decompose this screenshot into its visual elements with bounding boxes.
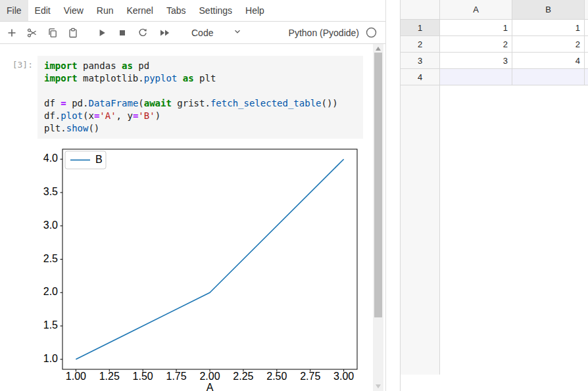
plus-icon [7, 28, 17, 38]
corner-cell[interactable] [401, 0, 440, 20]
table-row: 3 3 4 [401, 53, 588, 69]
x-tick-label: 1.50 [133, 371, 153, 382]
code-line: import matplotlib.pyplot as plt [44, 72, 356, 85]
cell-b3[interactable]: 4 [512, 53, 585, 69]
copy-icon [47, 28, 58, 38]
column-header-next [585, 0, 588, 20]
cell-b2[interactable]: 2 [512, 36, 585, 53]
cell-a3[interactable]: 3 [440, 53, 512, 69]
interrupt-button[interactable] [114, 24, 130, 41]
execution-count: [3]: [0, 56, 33, 139]
y-tick-label: 1.0 [43, 353, 58, 364]
y-tick-label: 3.5 [43, 186, 58, 197]
x-tick-label: 2.75 [300, 371, 320, 382]
code-line: df = pd.DataFrame(await grist.fetch_sele… [44, 97, 356, 110]
menu-settings[interactable]: Settings [193, 0, 239, 21]
menu-view[interactable]: View [57, 0, 90, 21]
code-line: plt.show() [44, 122, 356, 135]
code-cell: [3]: import pandas as pdimport matplotli… [0, 56, 385, 139]
code-line: import pandas as pd [44, 60, 356, 72]
restart-kernel-button[interactable] [135, 24, 151, 41]
run-all-button[interactable] [155, 24, 174, 41]
cell-a2[interactable]: 2 [440, 36, 512, 53]
row-number[interactable]: 1 [401, 20, 440, 36]
y-tick-label: 1.5 [43, 319, 58, 331]
sheet-header-row: A B [401, 0, 588, 20]
menu-file[interactable]: File [0, 0, 28, 21]
menubar: File Edit View Run Kernel Tabs Settings … [0, 0, 385, 22]
notebook-panel: File Edit View Run Kernel Tabs Settings … [0, 0, 386, 391]
menu-run[interactable]: Run [90, 0, 120, 21]
cell-next [585, 36, 588, 53]
refresh-icon [137, 28, 148, 38]
x-tick-label: 2.25 [233, 371, 253, 382]
x-tick-label: 3.00 [333, 371, 354, 382]
add-row: 4 [401, 69, 588, 85]
stop-icon [117, 28, 128, 38]
menu-tabs[interactable]: Tabs [160, 0, 193, 21]
x-tick-label: 1.00 [66, 371, 86, 382]
x-tick-label: 1.25 [99, 371, 120, 382]
cell-type-dropdown[interactable] [233, 27, 242, 38]
y-tick-label: 4.0 [43, 152, 58, 164]
cut-button[interactable] [24, 24, 40, 41]
scissors-icon [27, 28, 37, 38]
add-cell-button[interactable] [4, 24, 20, 41]
code-lines: import pandas as pdimport matplotlib.pyp… [44, 60, 356, 135]
notebook-scrollbar[interactable] [373, 44, 383, 391]
table-row: 1 1 1 [401, 20, 588, 36]
paste-button[interactable] [65, 24, 81, 41]
paste-icon [68, 28, 78, 38]
code-editor[interactable]: import pandas as pdimport matplotlib.pyp… [37, 56, 363, 139]
row-number[interactable]: 2 [401, 36, 440, 53]
menu-kernel[interactable]: Kernel [120, 0, 159, 21]
kernel-status-icon [366, 27, 377, 38]
x-tick-label: 2.50 [266, 371, 287, 382]
cell-next [585, 53, 588, 69]
column-header-a[interactable]: A [440, 0, 512, 20]
cell-b1[interactable]: 1 [512, 20, 585, 36]
cell-a4[interactable] [440, 69, 512, 85]
code-line [44, 85, 356, 97]
scroll-up-arrow-icon[interactable] [376, 47, 381, 51]
play-icon [97, 28, 107, 38]
legend: B [65, 151, 106, 169]
row-number[interactable]: 3 [401, 53, 440, 69]
code-line: df.plot(x='A', y='B') [44, 110, 356, 122]
run-button[interactable] [94, 24, 110, 41]
y-tick-label: 3.0 [43, 219, 58, 231]
x-tick-label: 2.00 [199, 371, 220, 382]
spreadsheet-panel: A B 1 1 1 2 2 2 3 3 4 4 [400, 0, 588, 391]
row-gutter-tail [401, 85, 440, 375]
row-number[interactable]: 4 [401, 69, 440, 85]
x-axis-label: A [207, 382, 214, 391]
fast-forward-icon [159, 28, 171, 38]
legend-label: B [95, 154, 103, 165]
copy-button[interactable] [45, 24, 61, 41]
y-tick-label: 2.0 [43, 286, 58, 297]
axes-box [62, 149, 357, 369]
cell-type-select[interactable]: Code [191, 28, 213, 38]
x-tick-label: 1.75 [166, 371, 187, 382]
column-header-b[interactable]: B [512, 0, 585, 20]
cell-next [585, 69, 588, 85]
cell-b4[interactable] [512, 69, 585, 85]
scroll-down-arrow-icon[interactable] [376, 384, 381, 388]
kernel-name-label: Python (Pyodide) [289, 28, 359, 38]
menu-edit[interactable]: Edit [28, 0, 57, 21]
toolbar: Code Python (Pyodide) [0, 22, 385, 44]
y-tick-label: 2.5 [43, 253, 58, 264]
scrollbar-thumb[interactable] [374, 53, 382, 317]
figure-svg: 1.001.251.501.752.002.252.502.753.001.01… [30, 146, 369, 391]
chevron-down-icon [233, 27, 242, 38]
menu-help[interactable]: Help [239, 0, 271, 21]
cell-next [585, 20, 588, 36]
cell-a1[interactable]: 1 [440, 20, 512, 36]
table-row: 2 2 2 [401, 36, 588, 53]
